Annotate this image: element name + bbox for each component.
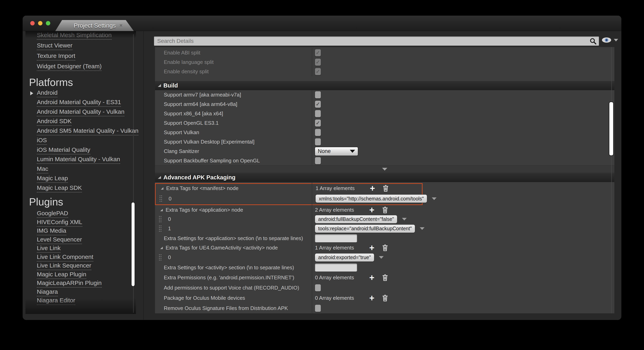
close-window-button[interactable] [30,21,35,26]
row-label: Remove Oculus Signature Files from Distr… [164,305,288,311]
chevron-down-icon[interactable] [379,256,384,259]
advanced-section-expander[interactable] [155,166,614,173]
sidebar-scrollbar-thumb[interactable] [132,202,134,286]
add-element-icon[interactable]: + [369,275,374,281]
add-element-icon[interactable]: + [369,295,374,301]
drag-handle[interactable] [159,226,162,232]
settings-row: Support Vulkan Desktop [Experimental] [155,137,614,146]
chevron-down-icon[interactable] [402,218,407,220]
sidebar-item-android[interactable]: Android [26,88,144,98]
extra-settings-input[interactable] [315,264,357,272]
sidebar-item-struct-viewer[interactable]: Struct Viewer [26,41,144,51]
checkbox[interactable] [315,49,321,56]
search-placeholder: Search Details [157,38,589,44]
array-count: 0 Array elements [315,274,354,281]
row-label: Extra Settings for <application> section… [164,235,303,242]
sidebar-item[interactable]: Live Link Sequencer [26,262,144,271]
checkbox[interactable] [315,120,321,126]
delete-elements-icon[interactable] [382,206,388,214]
traffic-lights [30,21,50,26]
clang-sanitizer-select[interactable]: None [315,147,358,156]
selected-item-arrow-icon [30,91,33,95]
checkbox[interactable] [315,91,321,98]
checkbox[interactable] [315,59,321,66]
row-label: Extra Tags for UE4.GameActivity <activit… [166,245,278,251]
sidebar-item[interactable]: Android Material Quality - ES31 [26,98,144,108]
array-element-value[interactable]: xmlns:tools="http://schemas.android.com/… [316,194,427,203]
checkbox[interactable] [315,101,321,108]
dropdown-arrow-icon [350,150,355,153]
array-element-value[interactable]: android:exported="true" [315,254,374,262]
checkbox[interactable] [315,157,321,164]
minimize-window-button[interactable] [38,21,42,26]
sidebar-item[interactable]: Android Material Quality - Vulkan [26,108,144,117]
sidebar-item[interactable]: Magic Leap SDK [26,184,144,193]
sidebar-item[interactable]: Niagara [26,288,144,297]
settings-row: Support arm64 [aka arm64-v8a] [155,100,614,109]
checkbox[interactable] [315,138,321,145]
checkbox[interactable] [315,110,321,117]
delete-elements-icon[interactable] [382,274,388,281]
checkbox[interactable] [315,68,321,75]
sidebar-item[interactable]: MagicLeapARPin Plugin [26,279,144,288]
sidebar-item[interactable]: Niagara Editor [26,297,144,306]
add-element-icon[interactable]: + [369,207,374,213]
view-options-chevron-down-icon[interactable] [614,39,618,42]
checkbox[interactable] [315,305,321,312]
sidebar-item[interactable]: Magic Leap [26,174,144,184]
settings-row: Extra Settings for <activity> section (\… [155,262,614,272]
sidebar-item[interactable]: Skeletal Mesh Simplification [26,31,144,41]
sidebar-item[interactable]: Live Link Component [26,253,144,262]
maximize-window-button[interactable] [46,21,50,26]
row-expander-icon[interactable] [161,187,164,190]
array-element-value[interactable]: android:fullBackupContent="false" [315,215,397,223]
sidebar-item[interactable]: IMG Media [26,227,144,236]
drag-handle[interactable] [160,196,162,202]
sidebar-item[interactable]: Live Link [26,244,144,253]
main-scrollbar-track[interactable] [611,47,612,313]
drag-handle[interactable] [159,254,162,261]
section-expander-icon[interactable] [158,84,161,87]
sidebar-item[interactable]: HIVEConfig XML [26,218,144,227]
sidebar-item[interactable]: Lumin Material Quality - Vulkan [26,155,144,165]
sidebar-item[interactable]: Android SDK [26,117,144,127]
settings-row: Support OpenGL ES3.1 [155,118,614,128]
chevron-down-icon[interactable] [420,227,424,230]
sidebar-item[interactable]: iOS [26,136,144,146]
checkbox[interactable] [315,129,321,136]
sidebar-item[interactable]: iOS Material Quality [26,146,144,155]
row-expander-icon[interactable] [160,247,163,249]
settings-row: Extra Settings for <application> section… [155,233,614,243]
sidebar-item[interactable]: Android SM5 Material Quality - Vulkan [26,126,144,136]
array-element-value[interactable]: tools:replace="android:fullBackupContent… [315,225,415,233]
sidebar-heading-platforms: Platforms [26,76,144,88]
main-scrollbar-thumb[interactable] [609,102,614,156]
add-element-icon[interactable]: + [370,186,375,192]
sidebar-item[interactable]: Mac [26,164,144,174]
sidebar-item[interactable]: Magic Leap Plugin [26,270,144,279]
tab-project-settings[interactable]: Project Settings × [55,20,134,31]
sidebar-item-widget-designer[interactable]: Widget Designer (Team) [26,62,144,72]
add-element-icon[interactable]: + [369,245,374,251]
section-header-build[interactable]: Build [155,81,614,90]
sidebar-item-texture-import[interactable]: Texture Import [26,51,144,62]
section-header-advanced-apk-packaging[interactable]: Advanced APK Packaging [155,173,614,182]
delete-elements-icon[interactable] [383,185,389,192]
row-label: Extra Tags for <manifest> node [166,185,238,192]
sidebar-item[interactable]: GooglePAD [26,210,144,218]
section-expander-icon[interactable] [158,176,161,179]
sidebar-item[interactable]: Level Sequencer [26,236,144,244]
tab-close-icon[interactable]: × [119,20,122,31]
row-label: Add permissions to support Voice chat (R… [164,285,299,291]
window-titlebar[interactable]: Project Settings × [23,16,621,31]
delete-elements-icon[interactable] [382,244,388,252]
view-options-eye-icon[interactable] [602,37,611,43]
tab-title: Project Settings [74,22,116,29]
chevron-down-icon[interactable] [432,198,436,200]
checkbox[interactable] [315,284,321,291]
search-details-input[interactable]: Search Details [154,36,599,46]
row-expander-icon[interactable] [160,209,163,211]
delete-elements-icon[interactable] [382,294,388,302]
drag-handle[interactable] [159,216,162,222]
extra-settings-input[interactable] [315,234,357,242]
